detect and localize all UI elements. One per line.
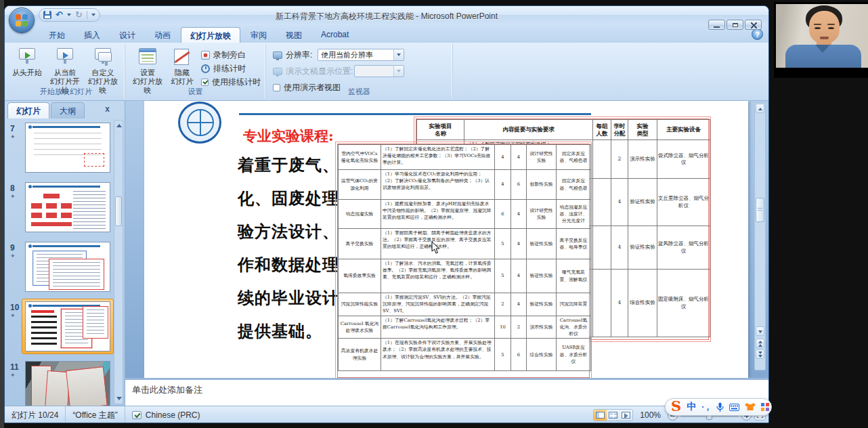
ribbon-tab-3[interactable]: 设计 (110, 27, 144, 43)
panel-close-icon[interactable]: x (102, 104, 112, 114)
table-cell: 10 (495, 316, 511, 339)
table-cell: 动态混凝实验 (339, 200, 381, 229)
experiment-table-front[interactable]: 室内空气中VOCs催化氧化去除实验（1）了解固定床催化氧化法的工艺流程；（2）了… (337, 144, 590, 378)
chinese-mode-icon[interactable]: 中 (687, 401, 696, 413)
table-cell: 污泥沉降性能实验 (339, 293, 381, 316)
setup-dialog-icon (137, 47, 158, 67)
punctuation-icon[interactable]: ·， (701, 402, 711, 413)
table-cell: 6 (511, 170, 527, 200)
ribbon-tab-4[interactable]: 动画 (146, 27, 179, 43)
table-cell: 固定吸附床、烟气分析仪 (657, 270, 710, 337)
record-narration-button[interactable]: 录制旁白 (201, 49, 246, 61)
undo-icon[interactable]: ↶ (56, 11, 63, 19)
resolution-dropdown[interactable]: 使用当前分辨率 (318, 49, 404, 61)
table-cell: 4 (495, 145, 511, 170)
ribbon-tab-8[interactable]: Acrobat (312, 27, 357, 43)
group-label: 监视器 (266, 87, 452, 97)
slide-thumbnail-10-selected[interactable]: 10 ✦ (5, 299, 114, 357)
slide-thumbnail-8[interactable]: 8 ✦ (5, 179, 114, 238)
scrollbar-thumb[interactable] (115, 196, 122, 226)
table-cell: 2 (611, 140, 628, 179)
table-cell: （1）在现有实验条件下设计实验方案、开展实验处理废水；（2）掌握高浓度有机废水处… (381, 339, 495, 371)
rehearse-timings-button[interactable]: 排练计时 (201, 63, 246, 74)
table-cell: 4 (511, 293, 527, 316)
table-cell: 4 (611, 270, 628, 337)
table-cell: 离子交换反应器、电导率仪 (557, 229, 591, 259)
scroll-down-icon[interactable] (116, 397, 122, 400)
scroll-up-icon[interactable] (116, 124, 122, 127)
soft-keyboard-icon[interactable] (729, 404, 739, 411)
ribbon: 从头开始 从当前 幻灯片开始 自定义 幻灯片放映 开始放映幻灯片 设置 幻灯片放… (5, 43, 768, 101)
slide-thumbnail-11[interactable]: 11 ✦ (5, 358, 114, 406)
table-cell: 温室气体CO₂的资源化利用 (339, 170, 381, 200)
table-cell: 4 (511, 200, 527, 229)
table-cell: （1）观察混凝剂投加量、废水pH对混凝剂去除废水中污染物性能的影响。（2）掌握混… (381, 200, 495, 229)
table-cell: 高浓度有机废水处理实验 (339, 339, 381, 371)
ribbon-tab-7[interactable]: 视图 (277, 27, 311, 43)
slideshow-screen-icon (17, 47, 37, 67)
table-cell: 4 (611, 179, 628, 226)
presenter-face (809, 11, 840, 43)
table-header-cell: 每组 人数 (593, 120, 611, 140)
redo-icon[interactable]: ↻ (75, 11, 83, 19)
slides-panel: 幻灯片 大纲 x 7 ✦ 8 ✦ (5, 101, 125, 406)
table-header-cell: 内容提要与实验要求 (464, 120, 593, 140)
slide-thumbnail-9[interactable]: 9 ✦ (5, 239, 114, 297)
table-cell: （1）了解固定床催化氧化法的工艺流程；（2）了解决催化燃烧的相关工艺参数；（3）… (381, 145, 495, 170)
table-cell: 创新性实验 (527, 170, 557, 200)
group-label: 开始放映幻灯片 (7, 87, 125, 97)
ribbon-tab-5[interactable]: 幻灯片放映 (181, 27, 240, 43)
previous-slide-button[interactable] (756, 339, 764, 348)
table-cell: 离子交换实验 (339, 229, 381, 259)
undo-dropdown-icon[interactable] (67, 14, 71, 16)
ribbon-tab-1[interactable]: 开始 (40, 27, 74, 43)
from-beginning-button[interactable]: 从头开始 (9, 47, 45, 77)
thumbnail-image (25, 123, 110, 173)
view-buttons (593, 409, 633, 421)
microphone-icon[interactable] (716, 402, 724, 412)
zoom-level[interactable]: 100% (636, 410, 665, 420)
skin-shirt-icon[interactable] (745, 403, 756, 411)
animation-star-icon: ✦ (10, 133, 16, 140)
normal-view-button[interactable] (594, 410, 607, 421)
presenter-shirt (785, 45, 861, 68)
scroll-down-button[interactable] (756, 326, 764, 336)
table-cell: 综合性实验 (527, 339, 557, 371)
toolbox-grid-icon[interactable] (761, 403, 769, 411)
restore-button[interactable] (726, 20, 743, 30)
editor-scrollbar[interactable] (754, 102, 766, 370)
tab-outline[interactable]: 大纲 (51, 102, 85, 119)
minimize-button[interactable] (708, 20, 725, 30)
ribbon-tab-2[interactable]: 插入 (75, 27, 109, 43)
mouse-cursor (431, 241, 440, 257)
sogou-logo-icon[interactable]: S (671, 400, 681, 413)
scrollbar-thumb[interactable] (756, 198, 764, 222)
slideshow-view-button[interactable] (620, 410, 632, 421)
customize-qat-icon[interactable] (91, 14, 95, 16)
save-icon[interactable] (43, 11, 51, 19)
webcam-video[interactable] (776, 4, 868, 68)
ribbon-tab-6[interactable]: 审阅 (242, 27, 276, 43)
table-cell: 综合性实验 (628, 270, 657, 337)
presentation-position-dropdown (354, 65, 404, 77)
panel-scrollbar[interactable] (114, 120, 123, 404)
tab-slides[interactable]: 幻灯片 (7, 102, 49, 119)
scroll-up-button[interactable] (756, 104, 764, 113)
monitor-icon (273, 68, 282, 75)
office-button[interactable] (9, 7, 35, 33)
table-cell: UASB反应器、水质分析仪 (557, 339, 591, 371)
spellcheck-icon (132, 411, 142, 419)
window-controls (708, 20, 762, 30)
hide-slide-button[interactable]: 隐藏 幻灯片 (166, 47, 198, 86)
help-icon[interactable]: ? (752, 28, 763, 40)
chevron-down-icon (393, 66, 404, 77)
close-button[interactable] (745, 20, 762, 30)
next-slide-button[interactable] (756, 349, 764, 359)
ribbon-tab-row: 开始插入设计动画幻灯片放映审阅视图Acrobat ? (5, 25, 768, 43)
table-cell: 6 (495, 200, 511, 229)
table-cell: 动态混凝反应器、浊度计、分光光度计 (557, 200, 591, 229)
slide-sorter-view-button[interactable] (607, 410, 620, 421)
language-indicator[interactable]: Chinese (PRC) (125, 406, 207, 423)
slide-thumbnail-7[interactable]: 7 ✦ (5, 120, 114, 178)
slide-heading[interactable]: 专业实验课程: (243, 127, 334, 146)
